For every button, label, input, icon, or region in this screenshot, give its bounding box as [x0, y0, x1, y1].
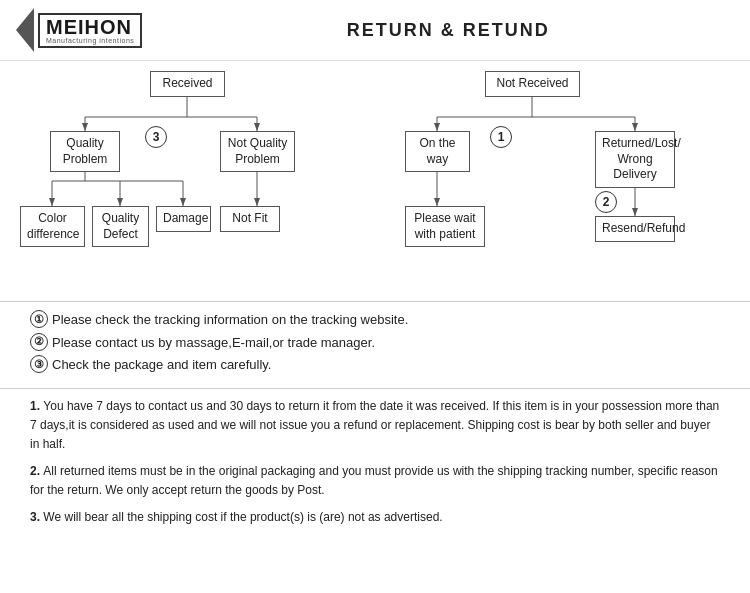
- svg-marker-22: [434, 123, 440, 131]
- rule-item-3: 3. We will bear all the shipping cost if…: [30, 508, 720, 527]
- note-item-2: ② Please contact us by massage,E-mail,or…: [30, 333, 720, 353]
- box-quality-problem: Quality Problem: [50, 131, 120, 172]
- box-resend-refund: Resend/Refund: [595, 216, 675, 242]
- note-text-3: Check the package and item carefully.: [52, 355, 271, 375]
- box-not-fit: Not Fit: [220, 206, 280, 232]
- svg-marker-15: [254, 198, 260, 206]
- note-circle-2: ②: [30, 333, 48, 351]
- svg-marker-23: [632, 123, 638, 131]
- svg-marker-12: [49, 198, 55, 206]
- note-item-1: ① Please check the tracking information …: [30, 310, 720, 330]
- rule-number-3: 3.: [30, 510, 43, 524]
- svg-marker-10: [82, 123, 88, 131]
- rules-section: 1. You have 7 days to contact us and 30 …: [0, 388, 750, 546]
- notes-section: ① Please check the tracking information …: [0, 301, 750, 383]
- flowchart: Received 3 Quality Problem Not Quality P…: [0, 61, 750, 296]
- note-item-3: ③ Check the package and item carefully.: [30, 355, 720, 375]
- circle-1: 1: [490, 126, 512, 148]
- logo-box: MEIHON Manufacturing intentions: [38, 13, 142, 48]
- svg-marker-13: [117, 198, 123, 206]
- rule-item-1: 1. You have 7 days to contact us and 30 …: [30, 397, 720, 455]
- box-damage: Damage: [156, 206, 211, 232]
- box-received: Received: [150, 71, 225, 97]
- box-returned: Returned/Lost/ Wrong Delivery: [595, 131, 675, 188]
- logo-sub-text: Manufacturing intentions: [46, 37, 134, 44]
- svg-marker-25: [632, 208, 638, 216]
- right-chart-svg: [375, 71, 730, 291]
- logo-area: MEIHON Manufacturing intentions: [16, 8, 142, 52]
- box-not-received: Not Received: [485, 71, 580, 97]
- note-circle-3: ③: [30, 355, 48, 373]
- right-chart: Not Received 1 On the way Returned/Lost/…: [375, 71, 730, 291]
- left-chart-svg: [20, 71, 375, 291]
- rule-item-2: 2. All returned items must be in the ori…: [30, 462, 720, 500]
- box-please-wait: Please wait with patient: [405, 206, 485, 247]
- note-text-1: Please check the tracking information on…: [52, 310, 408, 330]
- circle-2: 2: [595, 191, 617, 213]
- header: MEIHON Manufacturing intentions RETURN &…: [0, 0, 750, 61]
- svg-marker-11: [254, 123, 260, 131]
- box-quality-defect: Quality Defect: [92, 206, 149, 247]
- box-on-the-way: On the way: [405, 131, 470, 172]
- rule-number-1: 1.: [30, 399, 43, 413]
- rule-number-2: 2.: [30, 464, 43, 478]
- circle-3: 3: [145, 126, 167, 148]
- note-text-2: Please contact us by massage,E-mail,or t…: [52, 333, 375, 353]
- page-title: RETURN & RETUND: [162, 20, 734, 41]
- note-circle-1: ①: [30, 310, 48, 328]
- svg-marker-14: [180, 198, 186, 206]
- left-chart: Received 3 Quality Problem Not Quality P…: [20, 71, 375, 291]
- logo-triangle-icon: [16, 8, 34, 52]
- box-not-quality: Not Quality Problem: [220, 131, 295, 172]
- box-color-difference: Color difference: [20, 206, 85, 247]
- svg-marker-24: [434, 198, 440, 206]
- logo-main-text: MEIHON: [46, 16, 132, 38]
